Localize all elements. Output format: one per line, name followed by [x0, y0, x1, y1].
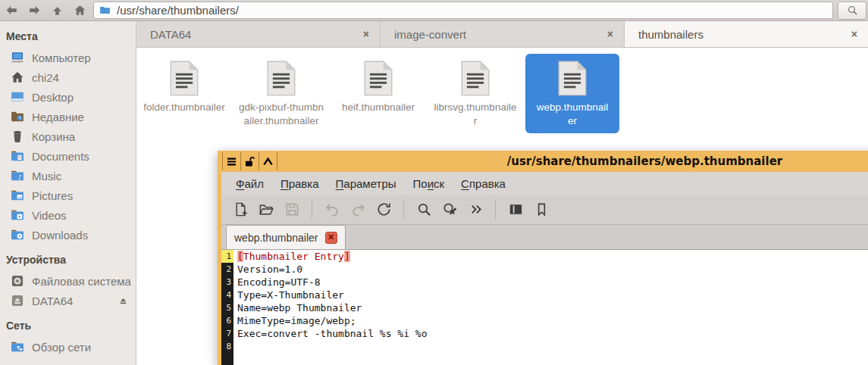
- bookmark-button[interactable]: [530, 198, 553, 221]
- back-button[interactable]: [0, 1, 23, 20]
- search-icon: [846, 4, 859, 17]
- path-value[interactable]: /usr/share/thumbnailers/: [117, 4, 239, 17]
- trash-icon: [10, 129, 25, 144]
- icon-holder: [10, 273, 25, 289]
- filemanager-tab-image-convert[interactable]: image-convert×: [381, 21, 625, 47]
- file-webp.thumbnailer[interactable]: webp.thumbnailer: [525, 54, 619, 133]
- icon-holder: [10, 109, 25, 124]
- sidebar-item-недавние[interactable]: Недавние: [0, 107, 136, 126]
- new-document-icon: [232, 201, 249, 218]
- sidebar-item-label: Компьютер: [32, 51, 91, 64]
- eject-button[interactable]: [118, 295, 129, 307]
- filesystem-icon: [10, 273, 25, 289]
- editor-body: 12345678 [Thumbnailer Entry]Version=1.0E…: [221, 250, 868, 365]
- bracket-match: [: [237, 251, 243, 262]
- line-number: 2: [221, 263, 233, 276]
- line-number: 4: [221, 289, 233, 301]
- open-folder-icon: [258, 201, 275, 218]
- sidebar-item-корзина[interactable]: Корзина: [0, 126, 136, 146]
- side-pane-icon: [507, 201, 525, 218]
- close-icon[interactable]: ✕: [325, 232, 337, 244]
- file-name-label: folder.thumbnailer: [143, 101, 224, 114]
- file-heif.thumbnailer[interactable]: heif.thumbnailer: [331, 54, 425, 120]
- menu-правка[interactable]: Правка: [272, 177, 327, 190]
- close-icon[interactable]: ×: [607, 28, 613, 40]
- icon-holder: [10, 148, 25, 164]
- icon-holder: [10, 293, 25, 308]
- search-button[interactable]: [838, 2, 866, 20]
- text-file-icon: [460, 60, 490, 96]
- editor-titlebar[interactable]: /usr/share/thumbnailers/webp.thumbnailer: [221, 151, 868, 172]
- toolbar-separator: [403, 201, 404, 219]
- file-librsvg.thumbnailer[interactable]: librsvg.thumbnailer: [428, 54, 522, 133]
- sidebar-item-файловая-система[interactable]: Файловая система: [0, 271, 136, 291]
- menu-поиск[interactable]: Поиск: [405, 177, 453, 190]
- filemanager-tab-thumbnailers[interactable]: thumbnailers×: [625, 21, 868, 47]
- text-file-icon: [169, 60, 199, 96]
- computer-icon: [10, 50, 25, 65]
- sidebar-item-documents[interactable]: Documents: [0, 146, 136, 166]
- icon-holder: [10, 188, 25, 203]
- file-name-label: webp.thumbnailer: [535, 101, 609, 128]
- line-number: 1: [221, 250, 233, 263]
- file-folder.thumbnailer[interactable]: folder.thumbnailer: [137, 54, 231, 120]
- new-document-button[interactable]: [229, 198, 252, 221]
- desktop-icon: [10, 89, 25, 105]
- menu-параметры[interactable]: Параметры: [327, 177, 405, 190]
- code-line: Exec=convert -thumbnail %s %i %o: [237, 327, 868, 340]
- redo-icon: [349, 201, 367, 218]
- folder-pictures-icon: [10, 188, 25, 203]
- nav-buttons: [0, 1, 91, 20]
- eject-icon: [118, 295, 129, 307]
- network-folder-icon: [10, 339, 25, 354]
- sidebar-item-label: Music: [32, 170, 61, 182]
- file-gdk-pixbuf-thumbnailer.thumbnailer[interactable]: gdk-pixbuf-thumbnailer.thumbnailer: [234, 54, 328, 133]
- sidebar-item-компьютер[interactable]: Компьютер: [0, 48, 136, 67]
- undo-icon: [324, 201, 341, 218]
- shade-button[interactable]: [259, 152, 277, 170]
- sidebar-item-обзор-сети[interactable]: Обзор сети: [0, 337, 136, 357]
- find-replace-button[interactable]: [438, 198, 461, 221]
- drive-eject-icon: [10, 293, 25, 308]
- sidebar-item-label: Documents: [32, 150, 89, 163]
- home-button[interactable]: [68, 1, 91, 20]
- sidebar-item-downloads[interactable]: Downloads: [0, 225, 136, 245]
- code-line: Version=1.0: [237, 263, 868, 276]
- open-folder-button[interactable]: [255, 198, 277, 221]
- close-icon[interactable]: ×: [851, 28, 857, 40]
- menu-справка[interactable]: Справка: [453, 177, 514, 190]
- folder-downloads-icon: [10, 227, 25, 242]
- search-button[interactable]: [412, 198, 435, 221]
- filemanager-tab-DATA64[interactable]: DATA64×: [136, 21, 381, 47]
- icon-holder: [10, 89, 25, 105]
- code-line: [237, 340, 868, 353]
- double-chevron-icon: [467, 201, 484, 218]
- code-area[interactable]: [Thumbnailer Entry]Version=1.0Encoding=U…: [233, 250, 868, 365]
- folder-videos-icon: [10, 207, 25, 223]
- file-name-label: heif.thumbnailer: [342, 101, 415, 114]
- double-chevron-button[interactable]: [464, 198, 487, 221]
- up-button[interactable]: [45, 1, 68, 20]
- sidebar-item-videos[interactable]: Videos: [0, 205, 136, 225]
- editor-tab-webp-thumbnailer[interactable]: webp.thumbnailer ✕: [226, 225, 346, 249]
- tab-label: thumbnailers: [638, 28, 851, 41]
- sidebar-item-data64[interactable]: DATA64: [0, 291, 136, 310]
- sidebar-item-desktop[interactable]: Desktop: [0, 87, 136, 107]
- unlock-button[interactable]: [241, 152, 259, 170]
- back-icon: [5, 3, 19, 17]
- window-menu-button[interactable]: [223, 152, 241, 170]
- sidebar-item-label: Недавние: [32, 111, 84, 123]
- sidebar-item-label: chi24: [32, 71, 59, 84]
- path-input[interactable]: /usr/share/thumbnailers/: [93, 2, 833, 19]
- sidebar-item-pictures[interactable]: Pictures: [0, 186, 136, 205]
- sidebar-item-chi24[interactable]: chi24: [0, 67, 136, 87]
- forward-button[interactable]: [23, 1, 45, 20]
- reload-button[interactable]: [372, 198, 395, 221]
- sidebar-item-music[interactable]: ♪Music: [0, 166, 136, 186]
- sidebar-home-icon: [10, 70, 25, 85]
- menu-файл[interactable]: Файл: [227, 177, 272, 190]
- toolbar-separator: [495, 201, 496, 219]
- line-number: 6: [221, 314, 233, 327]
- close-icon[interactable]: ×: [363, 28, 369, 40]
- side-pane-button[interactable]: [504, 198, 527, 221]
